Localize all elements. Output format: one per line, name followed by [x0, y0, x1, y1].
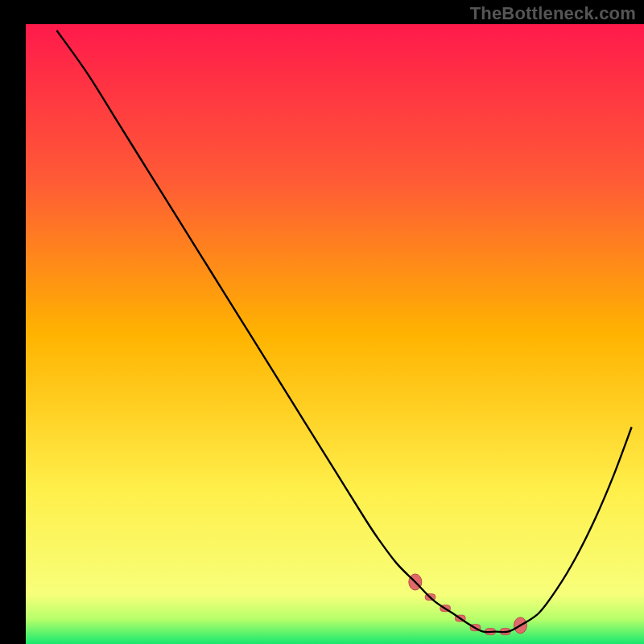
chart-frame: TheBottleneck.com	[0, 0, 644, 644]
watermark-text: TheBottleneck.com	[470, 3, 636, 24]
bottleneck-chart	[0, 0, 644, 644]
gradient-background	[26, 24, 644, 644]
